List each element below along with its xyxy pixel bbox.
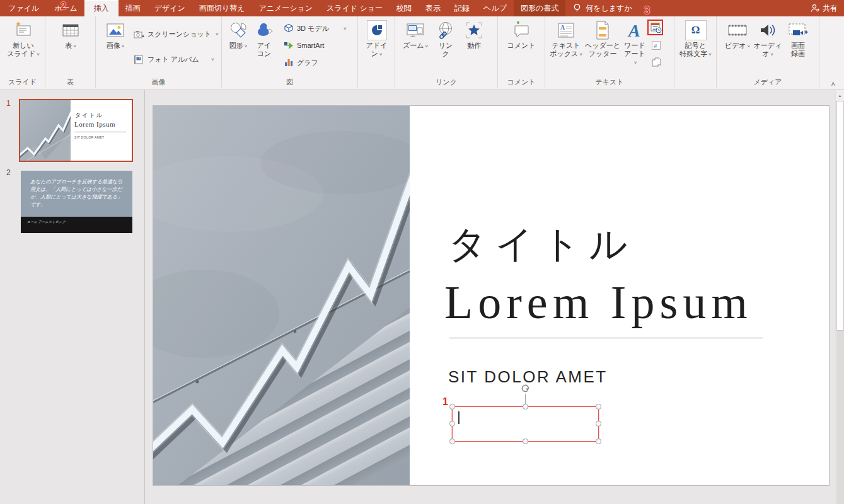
slide-canvas[interactable]: タイトル Lorem Ipsum SIT DOLOR AMET 1 xyxy=(153,106,829,485)
screenshot-icon xyxy=(134,30,144,39)
chart-label: グラフ xyxy=(297,58,318,67)
scrollbar-track[interactable] xyxy=(836,331,844,504)
icons-duck-icon xyxy=(255,19,274,42)
action-button[interactable]: 動作 xyxy=(461,19,487,50)
slide-number-button[interactable]: # xyxy=(650,39,662,52)
table-button[interactable]: 表˅ xyxy=(57,19,84,50)
group-tables: 表˅ 表 xyxy=(45,16,96,88)
slide-1-thumbnail[interactable]: タイトル Lorem Ipsum SIT DOLOR AMET xyxy=(19,99,133,162)
tab-review[interactable]: 校閲 xyxy=(390,0,419,16)
screenshot-button[interactable]: スクリーンショット ˅ xyxy=(134,26,219,42)
tab-animations[interactable]: アニメーション xyxy=(251,0,320,16)
resize-handle-nw[interactable] xyxy=(449,404,455,410)
annotation-step-3: 3 xyxy=(644,5,650,16)
collapse-ribbon-button[interactable]: ˄ xyxy=(831,80,835,88)
slide-title-japanese[interactable]: タイトル xyxy=(448,219,636,270)
vertical-scrollbar[interactable]: ▲ xyxy=(835,90,844,504)
scrollbar-thumb[interactable] xyxy=(836,101,844,331)
action-icon xyxy=(465,19,483,42)
chart-button[interactable]: グラフ xyxy=(284,55,318,70)
new-slide-icon xyxy=(14,19,33,42)
rotate-handle[interactable] xyxy=(519,382,531,394)
tab-help[interactable]: ヘルプ xyxy=(477,0,514,16)
tab-shape-format[interactable]: 図形の書式 xyxy=(514,0,565,16)
audio-button[interactable]: オーディオ˅ xyxy=(752,19,783,58)
video-button[interactable]: ビデオ˅ xyxy=(724,19,751,50)
object-button[interactable] xyxy=(650,55,662,68)
annotation-step-1: 1 xyxy=(442,396,448,408)
scroll-up-arrow[interactable]: ▲ xyxy=(836,91,844,100)
3d-model-icon xyxy=(284,23,294,33)
resize-handle-s[interactable] xyxy=(523,438,528,444)
text-box-icon: A xyxy=(557,19,575,42)
video-icon xyxy=(727,19,748,42)
tab-file[interactable]: ファイル xyxy=(0,0,47,16)
person-icon xyxy=(811,4,819,13)
wordart-icon: A xyxy=(625,19,644,42)
resize-handle-w[interactable] xyxy=(449,421,455,427)
group-label-comments: コメント xyxy=(498,77,545,87)
shapes-button[interactable]: 図形˅ xyxy=(226,19,251,50)
slide-1-thumbnail-image xyxy=(20,100,71,161)
dropdown-caret: ˅ xyxy=(122,43,125,49)
svg-text:A: A xyxy=(560,24,565,31)
thumb1-divider xyxy=(74,132,126,132)
zoom-button[interactable]: ズーム˅ xyxy=(402,19,429,50)
tab-record[interactable]: 記録 xyxy=(448,0,477,16)
tell-me-label: 何をしますか xyxy=(586,3,632,14)
icons-button[interactable]: アイ コン xyxy=(252,19,276,58)
resize-handle-e[interactable] xyxy=(596,421,601,427)
slide-2-thumbnail[interactable]: あなたのアプローチを反映する最適な引用文は、「人間にとっては小さな一歩だが、人類… xyxy=(21,171,132,233)
header-footer-button[interactable]: ヘッダーと フッター xyxy=(584,19,621,58)
resize-handle-ne[interactable] xyxy=(596,404,601,410)
3d-model-button[interactable]: 3D モデル ˅ xyxy=(284,21,347,36)
link-button[interactable]: リン ク xyxy=(434,19,457,58)
tab-view[interactable]: 表示 xyxy=(419,0,448,16)
symbol-button[interactable]: Ω 記号と 特殊文字˅ xyxy=(677,19,714,58)
stairs-chart-photo[interactable] xyxy=(153,106,410,485)
icons-label: アイ コン xyxy=(257,42,272,58)
table-label: 表 xyxy=(65,42,72,49)
thumb1-subtitle: SIT DOLOR AMET xyxy=(74,135,104,139)
picture-button[interactable]: 画像˅ xyxy=(101,19,130,50)
header-footer-label: ヘッダーと フッター xyxy=(585,42,620,58)
tab-transitions[interactable]: 画面切り替え xyxy=(192,0,252,16)
inserted-text-box[interactable] xyxy=(452,406,599,442)
group-text: A テキスト ボックス˅ ヘッダーと フッター A xyxy=(545,16,674,88)
tab-draw[interactable]: 描画 xyxy=(119,0,147,16)
dropdown-caret: ˅ xyxy=(216,32,219,37)
zoom-icon xyxy=(406,19,425,42)
slide-title-english[interactable]: Lorem Ipsum xyxy=(444,276,753,329)
tab-slideshow[interactable]: スライド ショー xyxy=(320,0,390,16)
resize-handle-sw[interactable] xyxy=(449,438,455,444)
group-label-tables: 表 xyxy=(45,77,95,87)
dropdown-caret: ˅ xyxy=(211,57,214,62)
addins-button[interactable]: アドイ ン˅ xyxy=(362,19,391,58)
ribbon-insert: 新しい スライド˅ スライド 表˅ 表 xyxy=(0,16,844,90)
object-icon xyxy=(651,57,662,67)
dropdown-caret: ˅ xyxy=(37,52,40,57)
resize-handle-n[interactable] xyxy=(523,404,528,410)
wordart-button[interactable]: A ワード アート˅ xyxy=(622,19,647,66)
group-label-text: テキスト xyxy=(545,77,674,87)
link-label: リン ク xyxy=(439,42,453,58)
text-box-label: テキスト ボックス xyxy=(550,42,580,57)
tab-design[interactable]: デザイン xyxy=(147,0,192,16)
smartart-button[interactable]: SmartArt xyxy=(284,38,324,53)
share-button[interactable]: 共有 xyxy=(811,0,838,16)
comment-button[interactable]: コメント xyxy=(506,19,536,50)
audio-label: オーディオ xyxy=(754,42,782,57)
resize-handle-se[interactable] xyxy=(596,438,601,444)
slide-thumbnail-panel: 1 タイトル Lorem Ipsum SIT DOLOR AMET 2 あ xyxy=(0,90,145,504)
zoom-label: ズーム xyxy=(403,42,424,49)
group-label-illustrations: 図 xyxy=(222,77,357,87)
tab-insert[interactable]: 挿入 xyxy=(84,0,119,16)
smartart-icon xyxy=(284,40,294,50)
text-box-button[interactable]: A テキスト ボックス˅ xyxy=(548,19,584,58)
photo-album-button[interactable]: フォト アルバム ˅ xyxy=(134,52,214,67)
group-comments: コメント コメント xyxy=(498,16,545,88)
tell-me-search[interactable]: 何をしますか xyxy=(565,0,639,16)
screen-recording-button[interactable]: 画面 録画 xyxy=(785,19,811,58)
new-slide-button[interactable]: 新しい スライド˅ xyxy=(4,19,42,58)
video-label: ビデオ xyxy=(725,42,746,49)
